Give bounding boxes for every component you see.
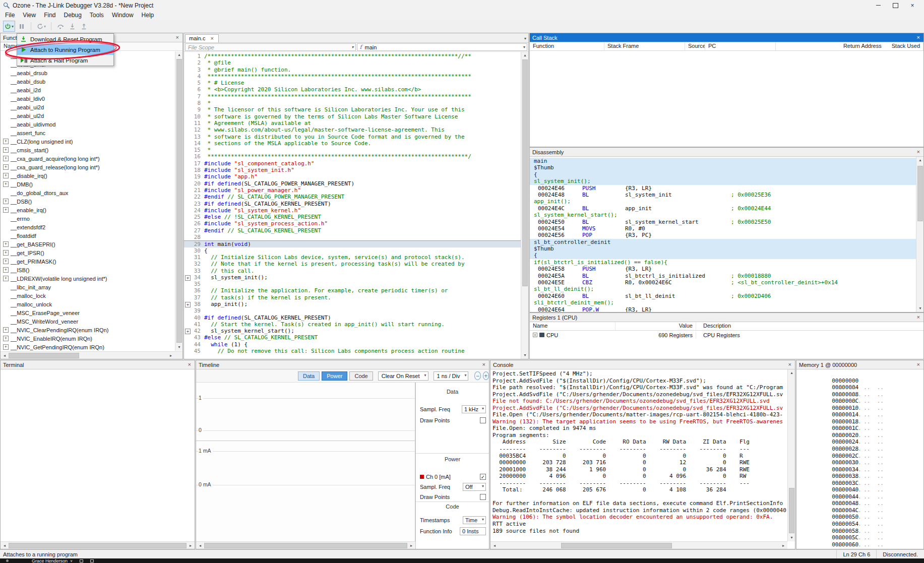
scroll-up-icon[interactable]: ▴ [521, 52, 529, 59]
timestamps-dropdown[interactable]: Time▾ [463, 516, 486, 524]
scrollbar-thumb[interactable] [176, 59, 182, 343]
code-line[interactable]: 19 #include "app.h" [184, 173, 521, 180]
console-vertical-scrollbar[interactable]: ▴ ▾ [787, 369, 795, 541]
disassembly-row[interactable]: if(sl_btctrl_is_initialized() == false){ [530, 259, 916, 266]
code-line[interactable]: 4 **************************************… [184, 73, 521, 80]
code-line[interactable]: 6 * <b>Copyright 2020 Silicon Laboratori… [184, 86, 521, 93]
inline-expand-icon[interactable] [184, 180, 191, 187]
scroll-right-icon[interactable]: ▸ [408, 543, 415, 548]
scrollbar-thumb[interactable] [204, 543, 407, 548]
reset-dropdown-caret-icon[interactable]: ▾ [44, 24, 46, 29]
code-line[interactable]: 39 [184, 307, 521, 314]
code-line[interactable]: 25 #else // !SL_CATALOG_KERNEL_PRESENT [184, 214, 521, 220]
code-line[interactable]: 27 #endif // SL_CATALOG_KERNEL_PRESENT [184, 227, 521, 234]
code-line[interactable]: 9 * The licensor of this software is Sil… [184, 106, 521, 113]
disassembly-row[interactable]: $Thumb [530, 245, 916, 252]
pause-button[interactable] [17, 21, 27, 32]
function-list-item[interactable]: __floatdidf [1, 231, 175, 240]
functions-horizontal-scrollbar[interactable]: ◂ ▸ [1, 351, 182, 359]
menubar-item[interactable]: View [19, 11, 40, 19]
step-out-button[interactable] [79, 21, 89, 32]
code-line[interactable]: 12 * www.silabs.com/about-us/legal/maste… [184, 127, 521, 133]
code-line[interactable]: 14 * sections of the MSLA applicable to … [184, 140, 521, 147]
scrollbar-thumb[interactable] [9, 353, 79, 358]
inline-expand-icon[interactable] [184, 53, 191, 59]
inline-expand-icon[interactable] [184, 220, 191, 227]
inline-expand-icon[interactable] [184, 321, 191, 328]
code-line[interactable]: 32 // Note that if the kernel is present… [184, 261, 521, 267]
expand-icon[interactable] [3, 181, 9, 187]
scroll-down-icon[interactable]: ▾ [521, 352, 529, 359]
function-list-item[interactable]: __aeabi_i2d [1, 86, 175, 94]
callstack-column-header[interactable]: Function [530, 42, 604, 50]
data-sample-freq-dropdown[interactable]: 1 kHz▾ [462, 405, 486, 413]
inline-expand-icon[interactable] [184, 73, 191, 80]
call-stack-body[interactable] [530, 51, 923, 147]
code-line[interactable]: 10 * software is governed by the terms o… [184, 113, 521, 120]
scroll-down-icon[interactable]: ▾ [916, 305, 924, 312]
step-into-button[interactable] [67, 21, 77, 32]
power-sample-freq-dropdown[interactable]: Off▾ [463, 483, 486, 491]
function-list-item[interactable]: __aeabi_ui2d [1, 103, 175, 111]
code-line[interactable]: 21 #include "sl_power_manager.h" [184, 187, 521, 194]
disassembly-row[interactable]: sli_btctrl_deinit_mem(); [530, 299, 916, 306]
inline-expand-icon[interactable] [184, 261, 191, 267]
inline-expand-icon[interactable] [184, 348, 191, 354]
code-line[interactable]: 8 * [184, 100, 521, 106]
functions-vertical-scrollbar[interactable]: ▴ ▾ [175, 51, 182, 351]
inline-expand-icon[interactable] [184, 100, 191, 106]
inline-expand-icon[interactable] [184, 214, 191, 220]
scroll-right-icon[interactable]: ▸ [187, 543, 194, 548]
inline-expand-icon[interactable] [184, 67, 191, 73]
disassembly-row[interactable]: 00024E54 MOVS R0, #0 [530, 225, 916, 232]
menubar-item[interactable]: Find [40, 11, 59, 19]
callstack-column-header[interactable]: Source [685, 42, 705, 50]
console-horizontal-scrollbar[interactable]: ◂ ▸ [490, 541, 787, 549]
timeline-horizontal-scrollbar[interactable]: ◂ ▸ [196, 541, 415, 549]
code-line[interactable]: 31 // Initialize Silicon Labs device, sy… [184, 254, 521, 261]
power-channel-checkbox[interactable]: ✓ [480, 474, 486, 480]
scroll-left-icon[interactable]: ◂ [197, 543, 204, 548]
code-line[interactable]: 34 sl_system_init(); [184, 274, 521, 281]
scroll-right-icon[interactable]: ▸ [167, 353, 174, 358]
callstack-column-header[interactable]: Stack Used [889, 42, 923, 50]
timeline-power-toggle[interactable]: Power [322, 371, 347, 381]
code-line[interactable]: 11 * Agreement (MSLA) available at [184, 120, 521, 127]
function-list-item[interactable]: __NVIC_EnableIRQ(enum IRQn) [1, 334, 175, 343]
expand-icon[interactable] [3, 147, 9, 153]
code-line[interactable]: 37 // task(s) if the kernel is present. [184, 294, 521, 301]
code-line[interactable]: 22 #endif // SL_CATALOG_POWER_MANAGER_PR… [184, 194, 521, 200]
scrollbar-thumb[interactable] [917, 166, 923, 221]
disassembly-vertical-scrollbar[interactable]: ▴ ▾ [916, 157, 923, 312]
power-dropdown-caret-icon[interactable]: ▾ [12, 24, 14, 29]
function-list-item[interactable]: __NVIC_GetPendingIRQ(enum IRQn) [1, 343, 175, 351]
scroll-up-icon[interactable]: ▴ [788, 369, 795, 377]
code-line[interactable]: 18 #include "sl_system_init.h" [184, 167, 521, 173]
function-list-item[interactable]: __extendsfdf2 [1, 223, 175, 231]
disassembly-row[interactable]: 00024E4C BL app_init ; 0x00024E44 [530, 205, 916, 212]
close-icon[interactable]: × [187, 362, 192, 367]
scroll-down-icon[interactable]: ▾ [788, 534, 795, 541]
expand-icon[interactable] [3, 241, 9, 247]
disassembly-row[interactable]: { [530, 252, 916, 259]
scrollbar-thumb[interactable] [9, 543, 187, 548]
power-draw-points-checkbox[interactable] [480, 494, 486, 500]
function-list-item[interactable]: __DSB() [1, 197, 175, 206]
function-list-item[interactable]: __cmsis_start() [1, 146, 175, 154]
step-over-button[interactable] [55, 21, 66, 32]
function-list-item[interactable]: __errno [1, 214, 175, 223]
inline-expand-icon[interactable] [184, 160, 191, 167]
menubar-item[interactable]: Window [108, 11, 138, 19]
code-line[interactable]: 3 * @brief main() function. [184, 67, 521, 73]
timeline-data-toggle[interactable]: Data [298, 371, 320, 381]
function-list-item[interactable]: __aeabi_dsub [1, 77, 175, 86]
inline-expand-icon[interactable] [184, 207, 191, 214]
code-line[interactable]: 45 // Do not remove this call: Silicon L… [184, 348, 521, 354]
inline-expand-icon[interactable] [184, 268, 191, 274]
menu-item-attach-halt[interactable]: Attach & Halt Program [17, 55, 113, 66]
function-list-item[interactable]: __do_global_dtors_aux [1, 189, 175, 197]
disassembly-row[interactable]: 00024E58 PUSH {R3, LR} [530, 266, 916, 272]
code-line[interactable]: 13 * software is distributed to you in S… [184, 134, 521, 140]
inline-expand-icon[interactable] [184, 301, 191, 307]
inline-expand-icon[interactable] [184, 254, 191, 261]
